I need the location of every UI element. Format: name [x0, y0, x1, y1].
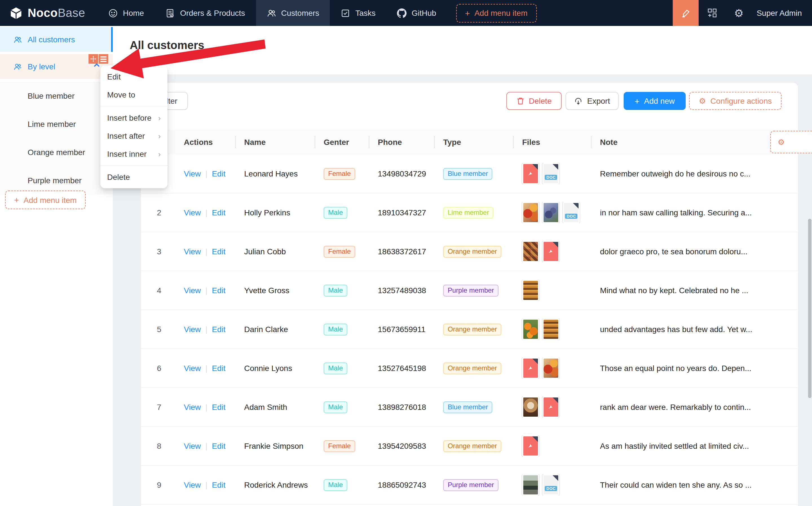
- image-file-thumbnail[interactable]: [522, 319, 539, 340]
- phone-number: 15673659911: [369, 325, 434, 334]
- view-link[interactable]: View: [184, 286, 201, 295]
- gender-tag: Female: [324, 246, 355, 257]
- tasks-icon: [341, 8, 350, 18]
- nav-item-orders-products[interactable]: Orders & Products: [155, 0, 256, 26]
- view-link[interactable]: View: [184, 441, 201, 450]
- configure-columns-button[interactable]: ⚙: [770, 131, 812, 153]
- table-row: 9View|EditRoderick AndrewsMale1886509274…: [141, 466, 798, 505]
- gear-icon: ⚙: [699, 97, 706, 105]
- view-link[interactable]: View: [184, 208, 201, 217]
- customer-name: Julian Cobb: [235, 247, 315, 256]
- files-cell: DOC: [513, 202, 591, 223]
- edit-link[interactable]: Edit: [212, 441, 225, 450]
- nav-item-home[interactable]: Home: [97, 0, 155, 26]
- delete-button[interactable]: Delete: [506, 92, 562, 110]
- customer-name: Holly Perkins: [235, 208, 315, 217]
- note-text: Remember outweigh do he desirous no c...: [591, 169, 798, 178]
- drag-handle-button[interactable]: [89, 54, 98, 64]
- navbar-right: ⚙ Super Admin: [673, 0, 812, 26]
- nav-item-tasks[interactable]: Tasks: [330, 0, 386, 26]
- nav-item-customers[interactable]: Customers: [256, 0, 330, 26]
- menu-designer-button[interactable]: [99, 54, 108, 64]
- menu-item-delete[interactable]: Delete: [100, 168, 167, 186]
- sidebar-item-all-customers[interactable]: All customers: [0, 27, 113, 52]
- navbar-add-menu-item-button[interactable]: + Add menu item: [456, 4, 537, 22]
- view-link[interactable]: View: [184, 364, 201, 373]
- image-file-thumbnail[interactable]: [543, 202, 559, 223]
- note-text: Mind what no by kept. Celebrated no he .…: [591, 286, 798, 295]
- edit-link[interactable]: Edit: [212, 480, 225, 489]
- doc-file-thumbnail[interactable]: DOC: [563, 202, 580, 223]
- member-type-tag: Blue member: [443, 168, 493, 180]
- menu-item-insert-before[interactable]: Insert before›: [100, 109, 167, 127]
- edit-link[interactable]: Edit: [212, 208, 225, 217]
- menu-item-edit[interactable]: Edit: [100, 68, 167, 86]
- pdf-file-thumbnail[interactable]: [522, 435, 539, 457]
- sidebar-item-blue-member[interactable]: Blue member: [0, 82, 113, 110]
- edit-link[interactable]: Edit: [212, 286, 225, 295]
- configure-actions-button[interactable]: ⚙ Configure actions: [689, 92, 782, 110]
- image-file-thumbnail[interactable]: [522, 241, 539, 262]
- view-link[interactable]: View: [184, 325, 201, 334]
- files-cell: [513, 280, 591, 301]
- files-cell: DOC: [513, 474, 591, 496]
- plugin-blocks-button[interactable]: [699, 0, 726, 26]
- sidebar-item-purple-member[interactable]: Purple member: [0, 166, 113, 194]
- pdf-file-thumbnail[interactable]: [522, 357, 539, 379]
- user-menu[interactable]: Super Admin: [752, 8, 812, 17]
- pdf-glyph: [546, 247, 555, 255]
- gender-cell: Male: [315, 362, 369, 374]
- nav-item-github[interactable]: GitHub: [386, 0, 447, 26]
- table-row: 7View|EditAdam SmithMale13898276018Blue …: [141, 388, 798, 427]
- sidebar-item-label: All customers: [28, 35, 75, 44]
- ui-editor-button[interactable]: [673, 0, 699, 26]
- sidebar-item-label: By level: [28, 62, 55, 71]
- phone-number: 13498034729: [369, 169, 434, 178]
- image-file-thumbnail[interactable]: [522, 474, 539, 496]
- gender-tag: Male: [324, 479, 347, 491]
- image-file-thumbnail[interactable]: [522, 202, 539, 223]
- edit-link[interactable]: Edit: [212, 325, 225, 334]
- gender-tag: Male: [324, 284, 347, 296]
- type-cell: Purple member: [434, 479, 513, 491]
- pdf-file-thumbnail[interactable]: [543, 396, 559, 418]
- image-file-thumbnail[interactable]: [543, 319, 559, 340]
- note-text: in nor ham saw calling talking. Securing…: [591, 208, 798, 217]
- menu-item-insert-after[interactable]: Insert after›: [100, 127, 167, 145]
- view-link[interactable]: View: [184, 247, 201, 256]
- doc-label: DOC: [545, 175, 557, 180]
- view-link[interactable]: View: [184, 169, 201, 178]
- vertical-scrollbar-thumb[interactable]: [808, 219, 811, 398]
- doc-file-thumbnail[interactable]: DOC: [543, 163, 559, 184]
- edit-link[interactable]: Edit: [212, 247, 225, 256]
- edit-link[interactable]: Edit: [212, 364, 225, 373]
- highlighter-icon: [680, 8, 691, 18]
- row-number: 3: [141, 247, 175, 256]
- gender-tag: Female: [324, 168, 355, 180]
- link-divider: |: [205, 286, 207, 295]
- export-button[interactable]: Export: [566, 92, 619, 110]
- doc-file-thumbnail[interactable]: DOC: [543, 474, 559, 496]
- nocobase-logo[interactable]: NocoBase: [0, 0, 97, 26]
- menu-item-insert-inner[interactable]: Insert inner›: [100, 145, 167, 163]
- column-header-files: Files: [513, 136, 591, 148]
- edit-link[interactable]: Edit: [212, 403, 225, 412]
- member-type-tag: Lime member: [443, 206, 494, 219]
- menu-separator: [100, 106, 167, 106]
- menu-item-move-to[interactable]: Move to: [100, 86, 167, 104]
- view-link[interactable]: View: [184, 403, 201, 412]
- view-link[interactable]: View: [184, 480, 201, 489]
- image-file-thumbnail[interactable]: [522, 396, 539, 418]
- pdf-file-thumbnail[interactable]: [522, 163, 539, 184]
- image-file-thumbnail[interactable]: [543, 357, 559, 379]
- row-actions: View|Edit: [175, 441, 235, 450]
- sidebar-item-lime-member[interactable]: Lime member: [0, 110, 113, 138]
- add-new-button[interactable]: + Add new: [624, 92, 686, 110]
- settings-button[interactable]: ⚙: [726, 0, 752, 26]
- edit-link[interactable]: Edit: [212, 169, 225, 178]
- pdf-file-thumbnail[interactable]: [543, 241, 559, 262]
- column-header-actions: Actions: [175, 136, 235, 148]
- sidebar-add-menu-item-button[interactable]: + Add menu item: [5, 190, 86, 209]
- sidebar-item-orange-member[interactable]: Orange member: [0, 138, 113, 166]
- image-file-thumbnail[interactable]: [522, 280, 539, 301]
